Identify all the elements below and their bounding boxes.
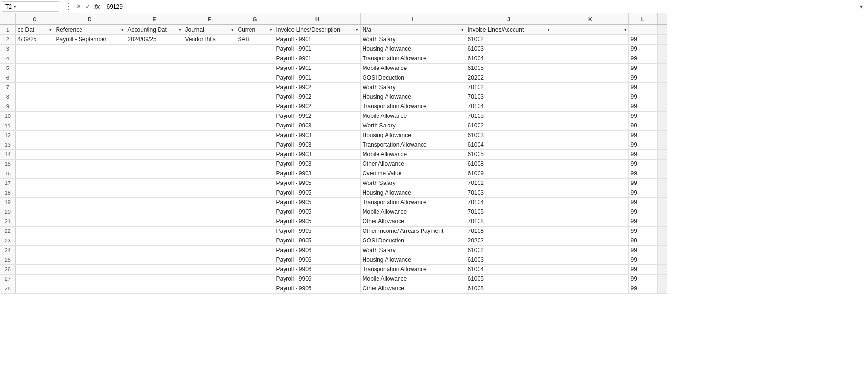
col-header-I[interactable]: I bbox=[360, 13, 466, 25]
cell-27-K[interactable] bbox=[552, 274, 628, 284]
cell-16-D[interactable] bbox=[54, 169, 126, 178]
cell-9-E[interactable] bbox=[126, 102, 183, 111]
cell-7-J[interactable]: 70102 bbox=[466, 82, 552, 92]
cell-20-E[interactable] bbox=[126, 207, 183, 217]
cell-22-D[interactable] bbox=[54, 226, 126, 236]
cell-10-J[interactable]: 70105 bbox=[466, 111, 552, 121]
cell-12-F[interactable] bbox=[183, 130, 236, 140]
cell-9-D[interactable] bbox=[54, 102, 126, 111]
cell-8-H[interactable]: Payroll - 9902 bbox=[274, 92, 360, 102]
cell-25-L[interactable]: 99 bbox=[628, 255, 657, 264]
cell-22-J[interactable]: 70108 bbox=[466, 226, 552, 236]
cell-24-E[interactable] bbox=[126, 245, 183, 255]
cell-4-H[interactable]: Payroll - 9901 bbox=[274, 54, 360, 63]
cell-22-C[interactable] bbox=[15, 226, 54, 236]
cell-12-J[interactable]: 61003 bbox=[466, 130, 552, 140]
cell-15-C[interactable] bbox=[15, 159, 54, 169]
dropdown-arrow-H[interactable]: ▾ bbox=[356, 27, 358, 32]
cell-21-F[interactable] bbox=[183, 217, 236, 226]
cell-10-L[interactable]: 99 bbox=[628, 111, 657, 121]
cell-13-L[interactable]: 99 bbox=[628, 140, 657, 149]
cell-6-I[interactable]: GOSI Deduction bbox=[360, 73, 466, 82]
cell-27-J[interactable]: 61005 bbox=[466, 274, 552, 284]
cell-21-J[interactable]: 70108 bbox=[466, 217, 552, 226]
cell-20-H[interactable]: Payroll - 9905 bbox=[274, 207, 360, 217]
cell-14-K[interactable] bbox=[552, 149, 628, 159]
cell-21-G[interactable] bbox=[236, 217, 274, 226]
cell-21-I[interactable]: Other Allowance bbox=[360, 217, 466, 226]
cell-8-I[interactable]: Housing Allowance bbox=[360, 92, 466, 102]
cell-27-H[interactable]: Payroll - 9906 bbox=[274, 274, 360, 284]
cell-27-G[interactable] bbox=[236, 274, 274, 284]
cell-27-L[interactable]: 99 bbox=[628, 274, 657, 284]
cell-19-F[interactable] bbox=[183, 197, 236, 207]
cell-4-J[interactable]: 61004 bbox=[466, 54, 552, 63]
cell-1-F[interactable]: Journal ▾ bbox=[183, 25, 236, 34]
cell-15-I[interactable]: Other Allowance bbox=[360, 159, 466, 169]
cell-15-L[interactable]: 99 bbox=[628, 159, 657, 169]
cell-3-G[interactable] bbox=[236, 44, 274, 54]
cell-23-C[interactable] bbox=[15, 236, 54, 245]
cell-14-H[interactable]: Payroll - 9903 bbox=[274, 149, 360, 159]
cell-2-K[interactable] bbox=[552, 34, 628, 44]
cell-18-J[interactable]: 70103 bbox=[466, 188, 552, 197]
cell-28-I[interactable]: Other Allowance bbox=[360, 284, 466, 293]
cell-21-E[interactable] bbox=[126, 217, 183, 226]
cell-14-D[interactable] bbox=[54, 149, 126, 159]
cell-13-F[interactable] bbox=[183, 140, 236, 149]
cell-27-F[interactable] bbox=[183, 274, 236, 284]
cell-6-K[interactable] bbox=[552, 73, 628, 82]
cell-8-K[interactable] bbox=[552, 92, 628, 102]
cell-name-dropdown-arrow[interactable]: ▾ bbox=[14, 4, 16, 9]
cell-2-L[interactable]: 99 bbox=[628, 34, 657, 44]
cell-13-D[interactable] bbox=[54, 140, 126, 149]
cell-7-F[interactable] bbox=[183, 82, 236, 92]
cell-18-K[interactable] bbox=[552, 188, 628, 197]
cell-1-I[interactable]: N/a ▾ bbox=[360, 25, 466, 34]
cell-12-H[interactable]: Payroll - 9903 bbox=[274, 130, 360, 140]
cell-27-I[interactable]: Mobile Allowance bbox=[360, 274, 466, 284]
cell-18-G[interactable] bbox=[236, 188, 274, 197]
cell-9-K[interactable] bbox=[552, 102, 628, 111]
cell-16-L[interactable]: 99 bbox=[628, 169, 657, 178]
cell-8-F[interactable] bbox=[183, 92, 236, 102]
col-header-L[interactable]: L bbox=[628, 13, 657, 25]
cell-24-J[interactable]: 61002 bbox=[466, 245, 552, 255]
cell-8-E[interactable] bbox=[126, 92, 183, 102]
cell-14-F[interactable] bbox=[183, 149, 236, 159]
cell-5-C[interactable] bbox=[15, 63, 54, 73]
cell-21-C[interactable] bbox=[15, 217, 54, 226]
cell-24-F[interactable] bbox=[183, 245, 236, 255]
cell-5-G[interactable] bbox=[236, 63, 274, 73]
cell-20-L[interactable]: 99 bbox=[628, 207, 657, 217]
cell-15-E[interactable] bbox=[126, 159, 183, 169]
cell-11-L[interactable]: 99 bbox=[628, 121, 657, 130]
cell-28-C[interactable] bbox=[15, 284, 54, 293]
cell-1-C[interactable]: ce Dat ▾ bbox=[15, 25, 54, 34]
cell-1-G[interactable]: Curren ▾ bbox=[236, 25, 274, 34]
cell-20-G[interactable] bbox=[236, 207, 274, 217]
cell-10-D[interactable] bbox=[54, 111, 126, 121]
cell-2-E[interactable]: 2024/09/25 bbox=[126, 34, 183, 44]
cell-10-G[interactable] bbox=[236, 111, 274, 121]
cell-12-C[interactable] bbox=[15, 130, 54, 140]
cell-28-H[interactable]: Payroll - 9906 bbox=[274, 284, 360, 293]
cancel-icon[interactable]: ✕ bbox=[75, 3, 82, 10]
fx-icon[interactable]: fx bbox=[93, 3, 101, 10]
cell-25-J[interactable]: 61003 bbox=[466, 255, 552, 264]
cell-11-H[interactable]: Payroll - 9903 bbox=[274, 121, 360, 130]
col-header-G[interactable]: G bbox=[236, 13, 274, 25]
cell-10-I[interactable]: Mobile Allowance bbox=[360, 111, 466, 121]
cell-21-K[interactable] bbox=[552, 217, 628, 226]
cell-21-L[interactable]: 99 bbox=[628, 217, 657, 226]
cell-25-H[interactable]: Payroll - 9906 bbox=[274, 255, 360, 264]
cell-16-K[interactable] bbox=[552, 169, 628, 178]
cell-4-G[interactable] bbox=[236, 54, 274, 63]
cell-7-K[interactable] bbox=[552, 82, 628, 92]
cell-23-H[interactable]: Payroll - 9905 bbox=[274, 236, 360, 245]
cell-5-F[interactable] bbox=[183, 63, 236, 73]
cell-1-D[interactable]: Reference ▾ bbox=[54, 25, 126, 34]
cell-19-C[interactable] bbox=[15, 197, 54, 207]
cell-15-D[interactable] bbox=[54, 159, 126, 169]
cell-24-L[interactable]: 99 bbox=[628, 245, 657, 255]
